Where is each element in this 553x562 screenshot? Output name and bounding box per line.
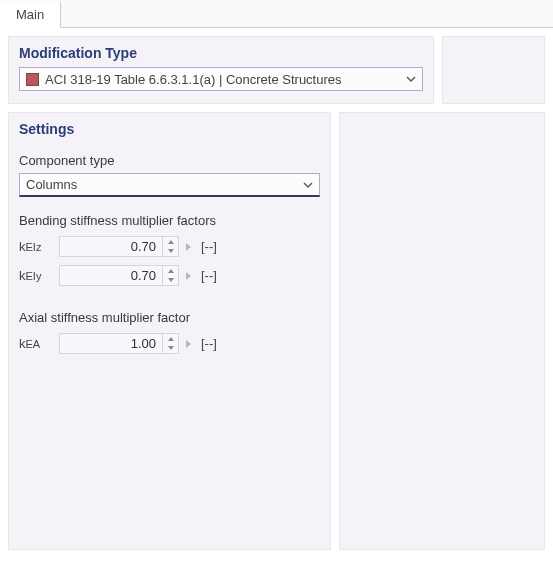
kEA-apply-button[interactable] — [181, 340, 195, 348]
kEA-unit: [--] — [201, 336, 217, 351]
kEIz-step-down[interactable] — [163, 247, 178, 257]
chevron-up-icon — [168, 240, 174, 244]
bending-section-label: Bending stiffness multiplier factors — [19, 213, 320, 228]
play-icon — [186, 272, 191, 280]
chevron-down-icon — [168, 249, 174, 253]
kEIz-step-up[interactable] — [163, 237, 178, 247]
kEIz-label: kEIz — [19, 239, 59, 254]
chevron-down-icon — [301, 180, 315, 190]
kEA-label: kEA — [19, 336, 59, 351]
chevron-down-icon — [168, 346, 174, 350]
kEA-step-up[interactable] — [163, 334, 178, 344]
component-type-select[interactable]: Columns — [19, 173, 320, 197]
kEA-row: kEA 1.00 [--] — [19, 333, 320, 354]
kEIy-apply-button[interactable] — [181, 272, 195, 280]
top-right-panel — [442, 36, 545, 104]
axial-section-label: Axial stiffness multiplier factor — [19, 310, 320, 325]
kEIy-unit: [--] — [201, 268, 217, 283]
chevron-up-icon — [168, 269, 174, 273]
chevron-down-icon — [168, 278, 174, 282]
component-type-label: Component type — [19, 153, 320, 168]
modification-type-value: ACI 318-19 Table 6.6.3.1.1(a) | Concrete… — [45, 72, 398, 87]
kEA-step-down[interactable] — [163, 344, 178, 354]
kEIy-input[interactable]: 0.70 — [59, 265, 179, 286]
play-icon — [186, 243, 191, 251]
settings-title: Settings — [19, 121, 320, 137]
kEIz-input[interactable]: 0.70 — [59, 236, 179, 257]
kEIz-value: 0.70 — [60, 239, 162, 254]
kEIy-label: kEIy — [19, 268, 59, 283]
kEIy-row: kEIy 0.70 [--] — [19, 265, 320, 286]
settings-panel: Settings Component type Columns Bending … — [8, 112, 331, 550]
modification-type-select[interactable]: ACI 318-19 Table 6.6.3.1.1(a) | Concrete… — [19, 67, 423, 91]
tab-main[interactable]: Main — [0, 1, 61, 28]
kEIz-row: kEIz 0.70 [--] — [19, 236, 320, 257]
modification-type-title: Modification Type — [19, 45, 423, 61]
kEIz-unit: [--] — [201, 239, 217, 254]
modification-type-panel: Modification Type ACI 318-19 Table 6.6.3… — [8, 36, 434, 104]
component-type-value: Columns — [26, 177, 295, 192]
chevron-up-icon — [168, 337, 174, 341]
kEIy-step-up[interactable] — [163, 266, 178, 276]
kEA-value: 1.00 — [60, 336, 162, 351]
right-panel — [339, 112, 545, 550]
kEIz-apply-button[interactable] — [181, 243, 195, 251]
structure-color-swatch — [26, 73, 39, 86]
kEA-input[interactable]: 1.00 — [59, 333, 179, 354]
kEIy-step-down[interactable] — [163, 276, 178, 286]
play-icon — [186, 340, 191, 348]
tab-bar: Main — [0, 0, 553, 28]
kEIy-value: 0.70 — [60, 268, 162, 283]
chevron-down-icon — [404, 74, 418, 84]
